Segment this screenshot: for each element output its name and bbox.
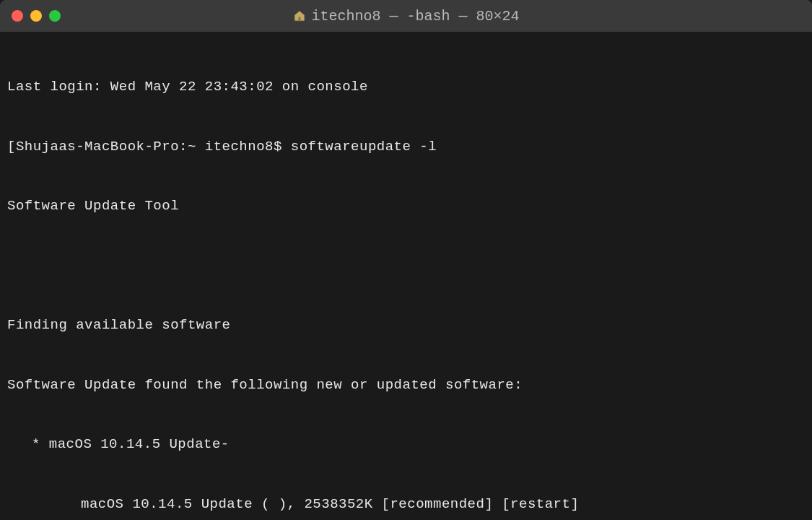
prompt-1: Shujaas-MacBook-Pro:~ itechno8$ [16,139,291,155]
output-line: Software Update found the following new … [7,376,805,396]
window-controls [12,10,61,22]
last-login-line: Last login: Wed May 22 23:43:02 on conso… [7,77,805,98]
prompt-bracket: [ [7,139,16,155]
close-button[interactable] [12,10,23,22]
window-title-area: itechno8 — -bash — 80×24 [292,8,519,25]
minimize-button[interactable] [30,10,42,22]
home-icon [292,9,305,22]
update-item-1: * macOS 10.14.5 Update- [7,435,805,455]
maximize-button[interactable] [49,10,61,22]
update-item-1-detail: macOS 10.14.5 Update ( ), 2538352K [reco… [7,495,805,515]
terminal-content[interactable]: Last login: Wed May 22 23:43:02 on conso… [0,32,812,520]
prompt-line-1: [Shujaas-MacBook-Pro:~ itechno8$ softwar… [7,137,805,157]
output-line: Finding available software [7,316,805,336]
terminal-window: itechno8 — -bash — 80×24 Last login: Wed… [0,0,812,520]
titlebar[interactable]: itechno8 — -bash — 80×24 [0,0,812,32]
output-line: Software Update Tool [7,196,805,217]
command-1: softwareupdate -l [291,139,437,155]
window-title: itechno8 — -bash — 80×24 [311,8,519,25]
svg-rect-0 [298,17,300,21]
blank-line [7,256,805,277]
